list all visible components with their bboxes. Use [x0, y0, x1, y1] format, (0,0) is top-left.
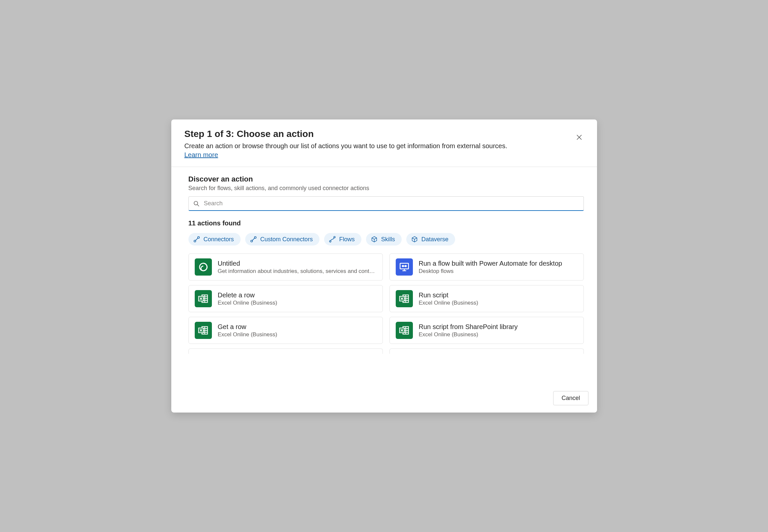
- action-card-partial[interactable]: [188, 349, 383, 354]
- swirl-icon: [195, 258, 212, 276]
- card-text: Untitled Get information about industrie…: [218, 260, 377, 275]
- svg-point-8: [329, 241, 331, 242]
- connector-icon: [193, 236, 200, 243]
- dialog-title: Step 1 of 3: Choose an action: [184, 129, 584, 139]
- card-title: Untitled: [218, 260, 377, 267]
- svg-line-3: [197, 205, 199, 206]
- action-card-run-script-sharepoint[interactable]: Run script from SharePoint library Excel…: [389, 317, 584, 344]
- choose-action-dialog: Step 1 of 3: Choose an action Create an …: [171, 119, 597, 413]
- excel-icon: [195, 322, 212, 339]
- dialog-body: Discover an action Search for flows, ski…: [171, 167, 597, 385]
- desktop-flow-icon: [396, 258, 413, 276]
- filter-chips: Connectors Custom Connectors Flows Skill…: [188, 233, 584, 246]
- chip-label: Flows: [339, 236, 355, 243]
- discover-title: Discover an action: [188, 175, 584, 183]
- card-text: Run a flow built with Power Automate for…: [419, 260, 578, 275]
- cube-icon: [411, 236, 418, 243]
- results-count: 11 actions found: [188, 219, 584, 227]
- svg-point-15: [405, 265, 406, 267]
- card-title: Run a flow built with Power Automate for…: [419, 260, 578, 267]
- action-card-desktop-flow[interactable]: Run a flow built with Power Automate for…: [389, 253, 584, 281]
- search-icon: [193, 200, 200, 207]
- excel-icon: [195, 290, 212, 307]
- card-title: Run script: [419, 291, 578, 299]
- close-icon: [576, 134, 583, 141]
- card-subtitle: Desktop flows: [419, 268, 578, 275]
- card-subtitle: Get information about industries, soluti…: [218, 268, 377, 275]
- card-subtitle: Excel Online (Business): [218, 300, 377, 306]
- card-subtitle: Excel Online (Business): [419, 331, 578, 338]
- search-field-wrap: [188, 196, 584, 211]
- svg-point-14: [402, 265, 403, 267]
- dialog-header: Step 1 of 3: Choose an action Create an …: [171, 119, 597, 167]
- chip-custom-connectors[interactable]: Custom Connectors: [245, 233, 319, 246]
- connector-icon: [250, 236, 257, 243]
- excel-icon: [396, 290, 413, 307]
- excel-icon: [396, 322, 413, 339]
- search-input[interactable]: [188, 196, 584, 211]
- card-text: Run script Excel Online (Business): [419, 291, 578, 306]
- action-cards: Untitled Get information about industrie…: [188, 253, 584, 354]
- card-text: Run script from SharePoint library Excel…: [419, 323, 578, 338]
- action-card-partial[interactable]: [389, 349, 584, 354]
- action-card-delete-row[interactable]: Delete a row Excel Online (Business): [188, 285, 383, 312]
- svg-point-9: [334, 236, 335, 238]
- close-button[interactable]: [574, 132, 584, 143]
- learn-more-link[interactable]: Learn more: [184, 151, 218, 159]
- card-title: Run script from SharePoint library: [419, 323, 578, 331]
- flow-icon: [329, 236, 336, 243]
- action-card-run-script[interactable]: Run script Excel Online (Business): [389, 285, 584, 312]
- cancel-button[interactable]: Cancel: [553, 391, 588, 405]
- card-text: Delete a row Excel Online (Business): [218, 291, 377, 306]
- card-title: Delete a row: [218, 291, 377, 299]
- chip-connectors[interactable]: Connectors: [188, 233, 241, 246]
- chip-label: Skills: [381, 236, 395, 243]
- discover-subtitle: Search for flows, skill actions, and com…: [188, 185, 584, 192]
- card-title: Get a row: [218, 323, 377, 331]
- svg-point-2: [194, 201, 198, 205]
- action-card-untitled[interactable]: Untitled Get information about industrie…: [188, 253, 383, 281]
- dialog-subtitle: Create an action or browse through our l…: [184, 141, 584, 150]
- chip-label: Dataverse: [421, 236, 449, 243]
- chip-label: Custom Connectors: [260, 236, 313, 243]
- chip-label: Connectors: [204, 236, 234, 243]
- chip-flows[interactable]: Flows: [324, 233, 361, 246]
- chip-dataverse[interactable]: Dataverse: [406, 233, 455, 246]
- card-subtitle: Excel Online (Business): [419, 300, 578, 306]
- card-text: Get a row Excel Online (Business): [218, 323, 377, 338]
- card-subtitle: Excel Online (Business): [218, 331, 377, 338]
- cube-icon: [371, 236, 378, 243]
- action-card-get-row[interactable]: Get a row Excel Online (Business): [188, 317, 383, 344]
- dialog-footer: Cancel: [171, 385, 597, 413]
- chip-skills[interactable]: Skills: [366, 233, 402, 246]
